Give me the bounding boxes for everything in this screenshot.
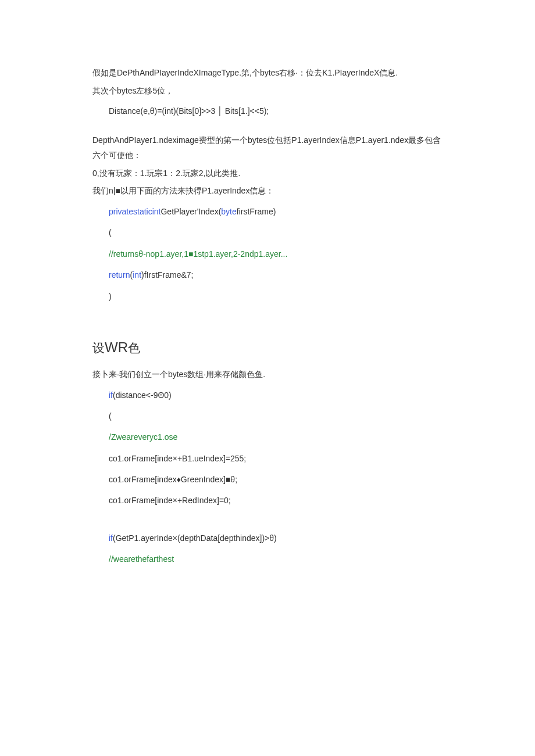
code-line: ( [92,406,443,427]
keyword: if [109,533,113,543]
paragraph: 假如是DePthAndPIayerIndeXImageType.第,个bytes… [92,65,443,81]
code-line: Distance(e,θ)=(int)(Bits[0]>>3 │ Bits[1.… [92,101,443,121]
paragraph: 0,没有玩家：1.玩宗1：2.玩家2,以此类推. [92,166,443,181]
keyword: return [109,270,130,280]
paragraph: DepthAndPIayer1.ndeximage费型的第一个bytes位包括P… [92,132,443,163]
paragraph: 我们n|■以用下面的方法来抉得P1.ayerIndex信息： [92,183,443,199]
code-line: co1.orFrame[inde×+RedIndex]=0; [92,490,443,511]
section-heading: 设WR色 [92,339,443,356]
code-text: (distance<-9Θ0) [113,390,172,400]
code-line: if(GetP1.ayerInde×(depthData[depthindex]… [92,528,443,549]
comment: //returnsθ-nop1.ayer,1■1stp1.ayer,2 [109,249,238,259]
comment: /Zweareveryc1.ose [92,427,443,447]
heading-text: 色 [128,341,140,354]
keyword: privatestaticint [109,207,160,216]
code-line: //returnsθ-nop1.ayer,1■1stp1.ayer,2-2ndp… [92,243,443,264]
keyword: int [133,270,141,280]
code-line: ) [92,286,443,307]
code-text: )fIrstFrame&7; [141,270,193,280]
paragraph: 接卜来·我们创立一个bytes数组·用来存储颜色鱼. [92,367,443,382]
paragraph: 其次个bytes左移5位， [92,83,443,99]
heading-text: WR [105,339,128,355]
code-line: ( [92,222,443,243]
keyword: if [109,390,113,400]
code-line: if(distance<-9Θ0) [92,385,443,406]
code-line: return(int)fIrstFrame&7; [92,264,443,285]
comment: -2ndp1.ayer... [238,249,288,259]
document-page: 假如是DePthAndPIayerIndeXImageType.第,个bytes… [0,0,535,617]
code-line: co1.orFrame[index♦GreenIndex]■θ; [92,469,443,490]
code-line: privatestaticintGetPlayer'Index(bytefirs… [92,201,443,222]
code-text: firstFrame) [237,207,276,216]
heading-text: 设 [92,341,105,354]
code-text: GetPlayer'Index( [160,207,221,216]
comment: //wearethefarthest [92,549,443,569]
code-text: (GetP1.ayerInde×(depthData[depthindex])>… [113,533,277,543]
code-line: co1.orFrame[inde×+B1.ueIndex]=255; [92,448,443,469]
keyword: byte [221,207,236,216]
